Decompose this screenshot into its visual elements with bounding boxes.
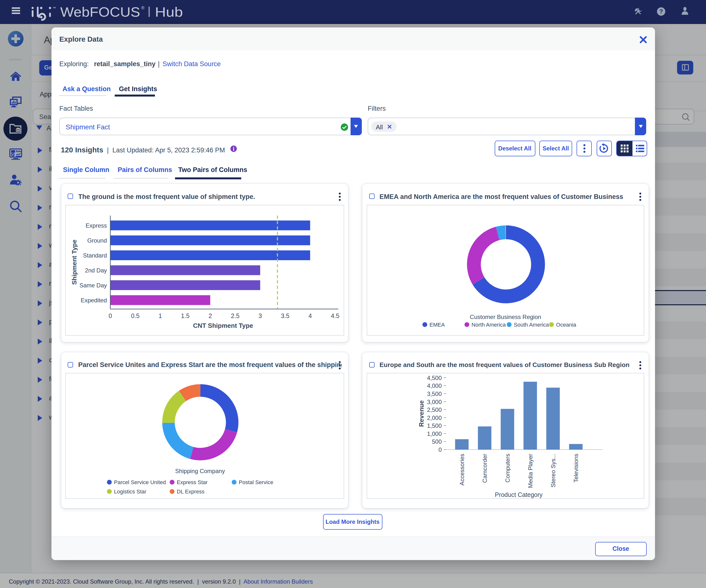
svg-text:North America: North America	[471, 322, 506, 328]
svg-text:Postal Service: Postal Service	[239, 479, 273, 485]
svg-text:4,500: 4,500	[427, 374, 441, 381]
svg-text:0: 0	[109, 312, 112, 319]
svg-text:Expedited: Expedited	[81, 297, 107, 303]
svg-text:Express Star: Express Star	[177, 479, 208, 485]
svg-text:Camcorder: Camcorder	[481, 454, 488, 482]
svg-text:Accessories: Accessories	[459, 454, 465, 485]
svg-text:4,000: 4,000	[427, 382, 441, 389]
svg-text:3: 3	[259, 312, 262, 319]
svg-text:Standard: Standard	[83, 252, 107, 259]
svg-text:CNT Shipment Type: CNT Shipment Type	[193, 322, 253, 329]
svg-text:3,500: 3,500	[427, 390, 441, 397]
svg-text:2nd Day: 2nd Day	[85, 267, 107, 274]
svg-text:WebFOCUS: WebFOCUS	[60, 4, 140, 19]
svg-text:1,500: 1,500	[427, 422, 441, 429]
svg-text:3.5: 3.5	[281, 312, 289, 319]
svg-text:Parcel Service United: Parcel Service United	[114, 479, 166, 485]
svg-text:Customer Business Region: Customer Business Region	[470, 313, 541, 320]
svg-text:2: 2	[209, 312, 212, 319]
svg-text:Ground: Ground	[87, 237, 107, 244]
svg-text:1: 1	[159, 312, 162, 319]
svg-text:2.5: 2.5	[231, 312, 239, 319]
svg-text:Logistics Star: Logistics Star	[114, 488, 146, 494]
svg-text:Stereo Sys...: Stereo Sys...	[550, 454, 556, 487]
svg-text:2,500: 2,500	[427, 406, 441, 413]
svg-text:DL Express: DL Express	[177, 488, 204, 494]
svg-text:Revenue: Revenue	[418, 400, 425, 426]
svg-text:Hub: Hub	[155, 4, 183, 19]
svg-text:Computers: Computers	[504, 454, 511, 482]
svg-text:™: ™	[52, 6, 56, 10]
svg-text:1.5: 1.5	[181, 312, 190, 319]
svg-text:South America: South America	[514, 322, 549, 328]
svg-text:3,000: 3,000	[427, 398, 441, 405]
svg-text:Express: Express	[85, 222, 107, 229]
svg-text:Media Player: Media Player	[527, 454, 534, 488]
svg-text:Televisions: Televisions	[573, 454, 579, 482]
svg-text:Same Day: Same Day	[79, 282, 107, 289]
svg-text:0: 0	[438, 446, 441, 453]
svg-text:Shipping Company: Shipping Company	[175, 467, 225, 474]
svg-text:1,000: 1,000	[427, 430, 441, 437]
svg-text:Oceania: Oceania	[556, 322, 576, 328]
svg-text:®: ®	[141, 5, 144, 10]
svg-text:Shipment Type: Shipment Type	[71, 240, 78, 285]
svg-text:0.5: 0.5	[131, 312, 140, 319]
svg-text:4: 4	[308, 312, 312, 319]
svg-text:500: 500	[432, 438, 441, 445]
svg-text:?: ?	[659, 8, 663, 15]
svg-text:Product Category: Product Category	[495, 491, 543, 498]
svg-text:EMEA: EMEA	[429, 322, 445, 328]
svg-text:4.5: 4.5	[331, 312, 340, 319]
svg-text:2,000: 2,000	[427, 414, 441, 421]
